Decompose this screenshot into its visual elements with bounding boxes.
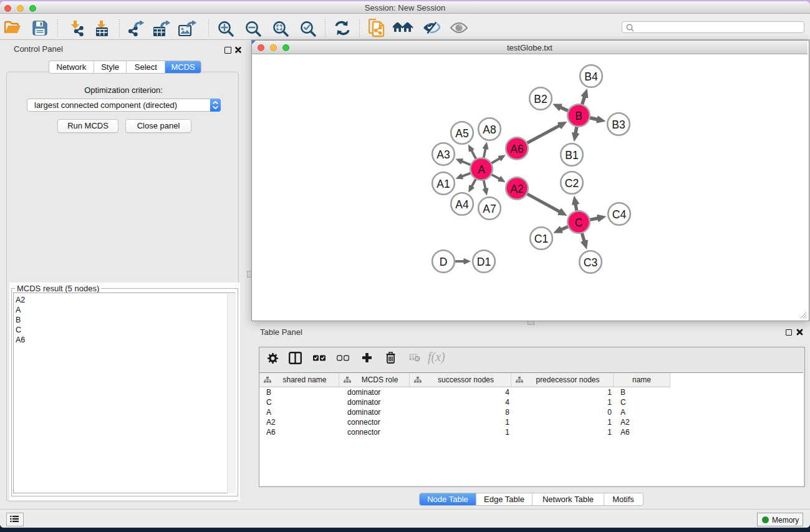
svg-text:D1: D1 (477, 256, 491, 268)
svg-text:A4: A4 (455, 198, 469, 211)
svg-text:B3: B3 (612, 118, 625, 131)
svg-text:B4: B4 (584, 70, 598, 83)
svg-text:C3: C3 (584, 256, 597, 269)
svg-text:D: D (440, 256, 448, 268)
svg-text:A3: A3 (436, 148, 450, 161)
svg-text:B2: B2 (534, 93, 547, 105)
svg-text:A2: A2 (510, 183, 523, 195)
svg-text:C1: C1 (534, 233, 548, 245)
svg-text:A1: A1 (436, 178, 450, 190)
svg-text:A7: A7 (483, 203, 496, 215)
svg-text:B1: B1 (565, 149, 578, 162)
svg-text:A6: A6 (510, 143, 523, 155)
svg-text:C: C (575, 216, 583, 229)
svg-text:B: B (575, 110, 582, 122)
svg-text:A: A (478, 163, 485, 176)
svg-text:A5: A5 (455, 127, 468, 140)
svg-text:C2: C2 (565, 177, 579, 190)
svg-text:C4: C4 (612, 208, 627, 221)
svg-text:A8: A8 (483, 123, 496, 136)
